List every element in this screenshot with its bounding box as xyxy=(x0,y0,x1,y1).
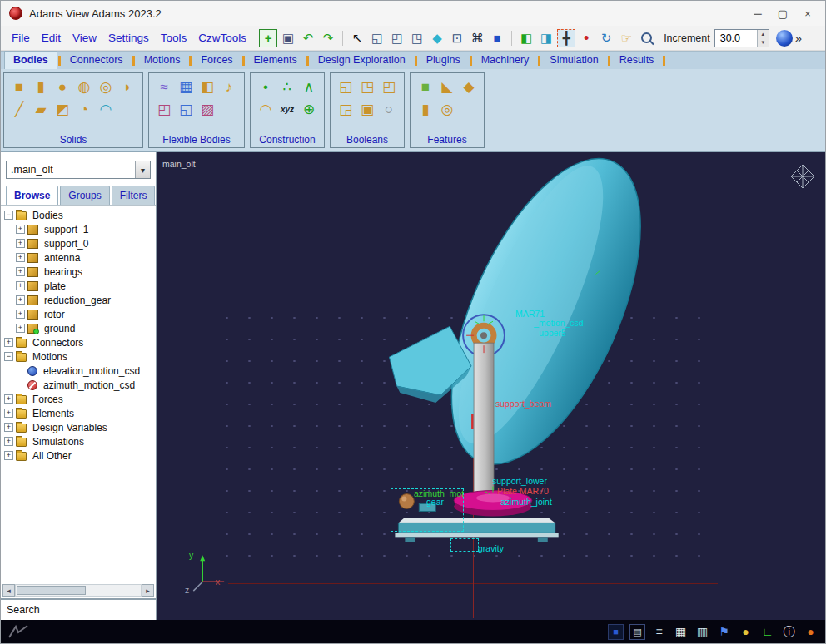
expand-icon[interactable]: + xyxy=(4,409,13,418)
intersect-icon[interactable]: ◳ xyxy=(356,76,378,98)
split-icon[interactable]: ◲ xyxy=(335,98,356,121)
expand-icon[interactable]: + xyxy=(16,324,25,333)
close-button[interactable]: × xyxy=(795,3,820,23)
sweep-solid-icon[interactable]: ◠ xyxy=(95,98,117,121)
expand-icon[interactable]: + xyxy=(16,281,25,290)
mesh-icon[interactable]: ▦ xyxy=(175,76,197,98)
polyline-icon[interactable]: ∧ xyxy=(298,76,320,98)
tree-item-label[interactable]: Simulations xyxy=(30,436,87,448)
tab-plugins[interactable]: Plugins xyxy=(418,52,469,69)
tree-item-label[interactable]: Bodies xyxy=(30,210,66,221)
fit-view-icon[interactable]: ⊡ xyxy=(448,29,466,47)
expand-icon[interactable]: + xyxy=(16,239,25,248)
dropdown-arrow-icon[interactable]: ▾ xyxy=(135,161,150,178)
ribbon-group-label[interactable]: Flexible Bodies xyxy=(153,131,240,146)
tree-item-label[interactable]: All Other xyxy=(30,450,74,462)
cylinder-solid-icon[interactable]: ▮ xyxy=(30,76,52,98)
tree-item-rotor[interactable]: +rotor xyxy=(1,307,156,321)
viewport-3d[interactable]: main_oltMAR71_motion_csdupper5support_be… xyxy=(157,152,825,620)
scrollbar-track[interactable] xyxy=(15,584,142,597)
menu-settings[interactable]: Settings xyxy=(102,29,155,47)
union-icon[interactable]: ◱ xyxy=(335,76,356,98)
tab-bodies[interactable]: Bodies xyxy=(4,51,57,69)
save-icon[interactable]: ▣ xyxy=(279,29,297,47)
dynamics-icon[interactable] xyxy=(776,30,793,47)
ribbon-group-label[interactable]: Solids xyxy=(8,131,138,146)
marker-icon[interactable]: ⊕ xyxy=(298,98,320,121)
ellipsoid-solid-icon[interactable]: ◍ xyxy=(73,76,95,98)
maximize-button[interactable]: ▢ xyxy=(770,3,795,23)
tab-motions[interactable]: Motions xyxy=(136,52,189,69)
tab-machinery[interactable]: Machinery xyxy=(473,52,538,69)
rotate-view-icon[interactable]: ↻ xyxy=(597,29,615,47)
chain-icon[interactable]: ▣ xyxy=(356,98,378,121)
tree-item-motions[interactable]: −Motions xyxy=(1,349,156,364)
tree-item-support-1[interactable]: +support_1 xyxy=(1,222,156,236)
menu-czwtools[interactable]: CzwTools xyxy=(192,29,252,47)
spreadsheet-icon[interactable]: ▥ xyxy=(694,624,710,640)
triad-toggle-icon[interactable]: ∟ xyxy=(759,624,775,640)
expand-icon[interactable]: + xyxy=(4,423,13,432)
plate-solid-icon[interactable]: ▰ xyxy=(30,98,52,121)
material-ball-icon[interactable]: ● xyxy=(738,624,754,640)
tree-item-bodies[interactable]: −Bodies xyxy=(1,208,156,222)
top-view-icon[interactable]: ◳ xyxy=(408,29,426,47)
spinner-up-icon[interactable]: ▴ xyxy=(758,30,769,38)
tree-item-label[interactable]: Motions xyxy=(30,351,70,363)
tree-horizontal-scrollbar[interactable]: ◂ ▸ xyxy=(2,584,154,597)
expand-icon[interactable]: + xyxy=(16,295,25,305)
scrollbar-thumb[interactable] xyxy=(17,586,86,595)
tree-item-ground[interactable]: +ground xyxy=(1,321,156,335)
sidebar-tab-filters[interactable]: Filters xyxy=(112,186,156,205)
expand-icon[interactable]: + xyxy=(4,451,13,460)
render-mode-icon[interactable]: ■ xyxy=(488,29,506,47)
tree-item-label[interactable]: rotor xyxy=(42,309,67,320)
tree-item-reduction-gear[interactable]: +reduction_gear xyxy=(1,293,156,307)
model-selector[interactable]: .main_olt ▾ xyxy=(6,161,151,179)
expand-icon[interactable]: + xyxy=(16,310,25,319)
table-editor-icon[interactable]: ▦ xyxy=(673,624,689,640)
tab-connectors[interactable]: Connectors xyxy=(62,52,132,69)
torus-solid-icon[interactable]: ◎ xyxy=(95,76,117,98)
tree-item-simulations[interactable]: +Simulations xyxy=(1,434,156,448)
flex-body-icon[interactable]: ≈ xyxy=(153,76,175,98)
tree-item-label[interactable]: antenna xyxy=(42,252,82,264)
rigid-to-flex-icon[interactable]: ◧ xyxy=(197,76,218,98)
tree-item-support-0[interactable]: +support_0 xyxy=(1,236,156,250)
pan-hand-icon[interactable]: ☞ xyxy=(617,29,635,47)
toolbar-overflow-chevron[interactable]: » xyxy=(795,31,802,45)
minimize-button[interactable]: ─ xyxy=(745,3,770,23)
increment-input[interactable]: 30.0 ▴ ▾ xyxy=(714,29,769,47)
render-mode-icon[interactable]: ■ xyxy=(608,624,624,640)
tree-item-all-other[interactable]: +All Other xyxy=(1,448,156,463)
scroll-left-icon[interactable]: ◂ xyxy=(2,584,15,597)
point-table-icon[interactable]: ∴ xyxy=(276,76,298,98)
ribbon-group-label[interactable]: Construction xyxy=(255,131,320,146)
tree-item-connectors[interactable]: +Connectors xyxy=(1,335,156,349)
modal-force-icon[interactable]: ♪ xyxy=(218,76,240,98)
unite-chain-icon[interactable]: ○ xyxy=(378,98,400,121)
menu-file[interactable]: File xyxy=(6,29,36,47)
zoom-icon[interactable] xyxy=(637,29,655,47)
tree-item-label[interactable]: elevation_motion_csd xyxy=(41,365,142,377)
sidebar-tab-browse[interactable]: Browse xyxy=(6,186,58,205)
expand-icon[interactable]: + xyxy=(16,253,25,262)
flex-edit-icon[interactable]: ◱ xyxy=(175,98,197,121)
menu-view[interactable]: View xyxy=(67,29,102,47)
chamfer-icon[interactable]: ■ xyxy=(415,76,436,98)
arc-icon[interactable]: ◠ xyxy=(255,98,276,121)
menu-edit[interactable]: Edit xyxy=(36,29,67,47)
flex-prep-icon[interactable]: ◰ xyxy=(153,98,175,121)
view-assembly-icon[interactable]: ◨ xyxy=(537,29,555,47)
tree-item-label[interactable]: reduction_gear xyxy=(42,295,113,306)
tree-item-bearings[interactable]: +bearings xyxy=(1,265,156,279)
expand-icon[interactable]: + xyxy=(16,225,25,234)
link-solid-icon[interactable]: ╱ xyxy=(8,98,30,121)
expand-icon[interactable]: + xyxy=(4,338,13,347)
ribbon-group-label[interactable]: Booleans xyxy=(335,131,400,146)
scroll-right-icon[interactable]: ▸ xyxy=(142,584,154,597)
increment-value[interactable]: 30.0 xyxy=(715,30,757,47)
tree-item-azimuth-motion-csd[interactable]: azimuth_motion_csd xyxy=(1,378,156,392)
hole-icon[interactable]: ◆ xyxy=(458,76,480,98)
subtract-icon[interactable]: ◰ xyxy=(378,76,400,98)
